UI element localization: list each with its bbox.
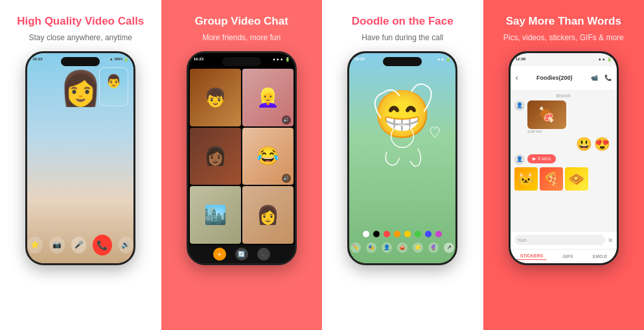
chat-date-label: Brunch bbox=[514, 93, 613, 98]
sticker-row: 🐱 🍕 🧇 bbox=[514, 167, 613, 191]
doodle-face: 😁 bbox=[373, 91, 431, 137]
color-purple[interactable] bbox=[435, 231, 442, 237]
image-message: 👤 🍖 3:08 PM bbox=[514, 100, 613, 134]
panel-group-chat: Group Video Chat More friends, more fun … bbox=[161, 0, 323, 330]
sticker-1: 🐱 bbox=[514, 167, 538, 191]
voice-duration: 3 secs bbox=[538, 156, 551, 161]
group-call-controls: + 🔄 📞 bbox=[189, 245, 295, 263]
phone-screen-4: 12:58 ▲▲ 🔋 ‹ Foodies(200) 📹 📞 Brunch bbox=[511, 53, 617, 263]
main-face: 👩 bbox=[60, 71, 102, 105]
color-blue[interactable] bbox=[425, 231, 431, 237]
video-cell-4: 😂 🔊 bbox=[242, 128, 293, 185]
status-icons-4: ▲▲ 🔋 bbox=[598, 57, 612, 62]
sender-avatar-1: 👤 bbox=[514, 100, 525, 111]
video-cell-5: 🏙️ bbox=[190, 186, 241, 244]
close-icon[interactable]: ✕ bbox=[608, 237, 613, 244]
speaker-button[interactable]: 🔊 bbox=[119, 237, 134, 253]
time-3: 10:23 bbox=[354, 57, 364, 62]
panel-3-title: Doodle on the Face bbox=[352, 14, 454, 29]
status-icons-3: ▲▲ 🔋 bbox=[437, 57, 450, 62]
panel-4-subtitle: Pics, videos, stickers, GIFs & more bbox=[503, 32, 624, 43]
video-call-icon[interactable]: 📹 bbox=[591, 75, 598, 81]
tool-2[interactable]: 🎭 bbox=[366, 242, 376, 253]
add-participant-button[interactable]: + bbox=[213, 248, 226, 261]
status-bar-3: 10:23 ▲▲ 🔋 bbox=[354, 57, 450, 62]
tool-3[interactable]: 👤 bbox=[382, 242, 392, 253]
video-cell-2: 👱‍♀️ 🔊 bbox=[242, 69, 293, 126]
chat-messages: Brunch 👤 🍖 3:08 PM 😃 😍 bbox=[511, 91, 617, 231]
tool-1[interactable]: ✏️ bbox=[351, 242, 361, 253]
tool-6[interactable]: 🔮 bbox=[428, 242, 439, 253]
mute-button[interactable]: 🎤 bbox=[71, 237, 87, 253]
gifs-tab[interactable]: GIFS bbox=[558, 253, 577, 260]
audio-call-icon[interactable]: 📞 bbox=[604, 75, 612, 81]
emoji-1: 😃 bbox=[576, 136, 592, 152]
sender-avatar-2: 👤 bbox=[514, 154, 525, 165]
time-4: 12:58 bbox=[516, 57, 525, 62]
panel-2-title: Group Video Chat bbox=[195, 14, 288, 29]
voice-message-row: 👤 ▶ 3 secs bbox=[514, 154, 613, 165]
chat-input[interactable]: Yum bbox=[514, 235, 605, 245]
emoji-tab[interactable]: EMOJI bbox=[589, 253, 611, 260]
group-video-grid: 👦 👱‍♀️ 🔊 👩🏾 😂 🔊 bbox=[189, 67, 295, 245]
voice-bubble[interactable]: ▶ 3 secs bbox=[527, 154, 556, 163]
back-icon[interactable]: ‹ bbox=[516, 73, 518, 82]
stickers-tab[interactable]: STICKERS bbox=[516, 252, 547, 260]
panel-2-subtitle: More friends, more fun bbox=[202, 32, 281, 43]
media-tab-bar: STICKERS GIFS EMOJI bbox=[511, 249, 617, 263]
status-icons-2: ▲▲▲ 🔋 bbox=[272, 57, 290, 62]
panel-4-title: Say More Than Words bbox=[506, 14, 621, 29]
panel-1-subtitle: Stay close anywhere, anytime bbox=[29, 32, 132, 43]
panel-doodle: Doodle on the Face Have fun during the c… bbox=[322, 0, 483, 330]
panel-video-calls: High Quality Video Calls Stay close anyw… bbox=[0, 0, 161, 330]
phone-mockup-3: 10:23 ▲▲ 🔋 😁 bbox=[347, 51, 457, 265]
panel-1-title: High Quality Video Calls bbox=[17, 14, 144, 29]
doodle-tools: ✏️ 🎭 👤 🎪 🌟 🔮 ↗ bbox=[349, 242, 455, 253]
end-call-button[interactable]: 📞 bbox=[93, 235, 111, 255]
panel-messaging: Say More Than Words Pics, videos, sticke… bbox=[483, 0, 645, 330]
status-bar-1: 16:23 ▲ WiFi 🔋 bbox=[32, 57, 128, 62]
phone-mockup-4: 12:58 ▲▲ 🔋 ‹ Foodies(200) 📹 📞 Brunch bbox=[509, 51, 619, 265]
camera-button[interactable]: 📷 bbox=[49, 237, 65, 253]
time-2: 16:23 bbox=[194, 57, 203, 62]
status-icons-1: ▲ WiFi 🔋 bbox=[109, 57, 129, 62]
mic-icon-4: 🔊 bbox=[282, 174, 291, 183]
small-face: 👨 bbox=[100, 68, 128, 89]
chat-input-area: Yum ✕ bbox=[511, 231, 617, 249]
emoji-row: 😃 😍 bbox=[514, 136, 613, 152]
star-button[interactable]: ⭐ bbox=[27, 237, 43, 253]
video-cell-1: 👦 bbox=[190, 69, 241, 126]
status-bar-4: 12:58 ▲▲ 🔋 bbox=[516, 57, 612, 62]
color-red[interactable] bbox=[384, 231, 390, 237]
phone-screen-3: 10:23 ▲▲ 🔋 😁 bbox=[349, 53, 455, 263]
color-orange[interactable] bbox=[394, 231, 400, 237]
share-tool[interactable]: ↗ bbox=[444, 242, 454, 253]
status-bar-2: 16:23 ▲▲▲ 🔋 bbox=[194, 57, 290, 62]
input-placeholder: Yum bbox=[518, 238, 527, 242]
call-controls: ⭐ 📷 🎤 📞 🔊 bbox=[27, 235, 133, 255]
video-cell-3: 👩🏾 bbox=[190, 128, 241, 185]
phone-mockup-1: 16:23 ▲ WiFi 🔋 👩 👨 bbox=[25, 51, 135, 265]
flip-camera-button[interactable]: 🔄 bbox=[235, 248, 248, 261]
sticker-2: 🍕 bbox=[540, 167, 563, 191]
msg-timestamp: 3:08 PM bbox=[527, 130, 566, 134]
image-bubble: 🍖 3:08 PM bbox=[527, 100, 566, 134]
time-1: 16:23 bbox=[32, 57, 42, 62]
chat-header: ‹ Foodies(200) 📹 📞 bbox=[511, 66, 617, 91]
panel-3-subtitle: Have fun during the call bbox=[362, 32, 443, 43]
color-black[interactable] bbox=[373, 231, 380, 237]
color-green[interactable] bbox=[415, 231, 421, 237]
color-yellow[interactable] bbox=[404, 231, 411, 237]
tool-4[interactable]: 🎪 bbox=[397, 242, 408, 253]
color-picker bbox=[349, 231, 455, 237]
phone-screen-1: 16:23 ▲ WiFi 🔋 👩 👨 bbox=[27, 53, 133, 263]
color-white[interactable] bbox=[363, 231, 369, 237]
sticker-3: 🧇 bbox=[565, 167, 588, 191]
video-cell-6: 👩 bbox=[242, 186, 293, 244]
chat-title: Foodies(200) bbox=[522, 75, 587, 81]
end-group-call-button[interactable]: 📞 bbox=[257, 248, 270, 261]
tool-5[interactable]: 🌟 bbox=[413, 242, 423, 253]
small-video-overlay: 👨 bbox=[99, 67, 128, 106]
phone-mockup-2: 16:23 ▲▲▲ 🔋 👦 👱‍♀️ 🔊 bbox=[187, 51, 297, 265]
food-image: 🍖 bbox=[527, 100, 566, 129]
